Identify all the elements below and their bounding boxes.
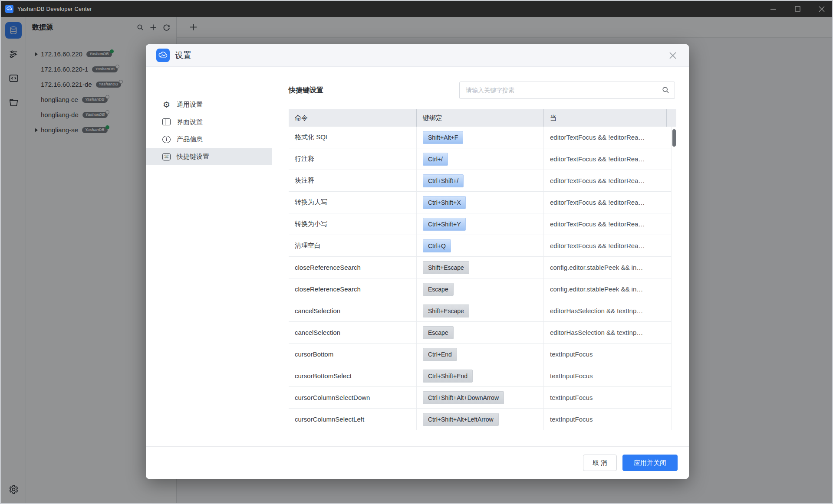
command-cell: cursorBottomSelect — [289, 365, 416, 386]
keybinding-chip[interactable]: Escape — [423, 283, 454, 296]
column-header-when: 当 — [543, 109, 667, 127]
keybinding-chip[interactable]: Ctrl+Q — [423, 239, 451, 252]
command-cell: 转换为大写 — [289, 192, 416, 213]
command-cell: cancelSelection — [289, 322, 416, 343]
when-cell: editorTextFocus && !editorRea… — [543, 127, 672, 148]
minimize-button[interactable] — [767, 3, 779, 15]
keybinding-cell: Escape — [416, 322, 543, 343]
table-row[interactable]: cancelSelection Escape editorHasSelectio… — [289, 322, 672, 344]
keybinding-cell: Ctrl+Shift+X — [416, 192, 543, 213]
when-cell: editorTextFocus && !editorRea… — [543, 192, 672, 213]
keybinding-chip[interactable]: Ctrl+Shift+Y — [423, 218, 466, 231]
table-row[interactable]: cancelSelection Shift+Escape editorHasSe… — [289, 300, 672, 322]
column-header-keybinding: 键绑定 — [416, 109, 543, 127]
keybinding-chip[interactable]: Shift+Escape — [423, 261, 469, 274]
apply-and-close-button[interactable]: 应用并关闭 — [622, 455, 678, 471]
table-row[interactable]: 块注释 Ctrl+Shift+/ editorTextFocus && !edi… — [289, 170, 672, 192]
when-cell: textInputFocus — [543, 409, 672, 430]
command-cell: 转换为小写 — [289, 213, 416, 235]
settings-nav: 通用设置 界面设置 产品信息 快捷键设置 — [146, 67, 272, 446]
settings-nav-item[interactable]: 快捷键设置 — [146, 148, 272, 165]
settings-dialog: 设置 通用设置 界面设置 产品信息 — [146, 44, 689, 479]
table-row[interactable]: cursorColumnSelectDown Ctrl+Shift+Alt+Do… — [289, 387, 672, 409]
keybinding-chip[interactable]: Ctrl+Shift+Alt+DownArrow — [423, 391, 504, 404]
keybinding-chip[interactable]: Ctrl+Shift+Alt+LeftArrow — [423, 413, 499, 426]
nav-item-icon — [162, 118, 171, 125]
shortcut-table: 命令 键绑定 当 格式化 SQL Shift+Alt+F edit — [289, 109, 676, 430]
keybinding-chip[interactable]: Ctrl+End — [423, 348, 457, 361]
nav-item-icon — [162, 136, 171, 143]
nav-item-label: 产品信息 — [177, 135, 203, 144]
keybinding-cell: Ctrl+Shift+End — [416, 365, 543, 386]
table-bottom-divider — [289, 440, 676, 440]
when-cell: editorHasSelection && textInp… — [543, 300, 672, 321]
table-row[interactable]: closeReferenceSearch Shift+Escape config… — [289, 257, 672, 278]
keybinding-cell: Ctrl+/ — [416, 148, 543, 170]
keybinding-chip[interactable]: Ctrl+Shift+/ — [423, 174, 464, 187]
keybinding-chip[interactable]: Escape — [423, 326, 454, 339]
when-cell: editorHasSelection && textInp… — [543, 322, 672, 343]
table-row[interactable]: closeReferenceSearch Escape config.edito… — [289, 278, 672, 300]
table-row[interactable]: 转换为小写 Ctrl+Shift+Y editorTextFocus && !e… — [289, 213, 672, 235]
keybinding-cell: Shift+Escape — [416, 257, 543, 278]
command-cell: 行注释 — [289, 148, 416, 170]
table-row[interactable]: 行注释 Ctrl+/ editorTextFocus && !editorRea… — [289, 148, 672, 170]
close-window-button[interactable] — [816, 3, 828, 15]
keybinding-chip[interactable]: Shift+Escape — [423, 304, 469, 317]
keybinding-chip[interactable]: Shift+Alt+F — [423, 131, 463, 144]
maximize-button[interactable] — [791, 3, 803, 15]
keybinding-cell: Shift+Escape — [416, 300, 543, 321]
dialog-header: 设置 — [146, 44, 689, 67]
keybinding-cell: Ctrl+Shift+Y — [416, 213, 543, 235]
keybinding-cell: Ctrl+End — [416, 344, 543, 365]
nav-item-label: 通用设置 — [177, 101, 203, 109]
nav-item-label: 界面设置 — [177, 118, 203, 126]
keybinding-chip[interactable]: Ctrl+/ — [423, 153, 448, 166]
dialog-footer: 取 消 应用并关闭 — [146, 446, 689, 479]
when-cell: editorTextFocus && !editorRea… — [543, 170, 672, 191]
table-row[interactable]: cursorBottomSelect Ctrl+Shift+End textIn… — [289, 365, 672, 387]
command-cell: 块注释 — [289, 170, 416, 191]
keybinding-cell: Shift+Alt+F — [416, 127, 543, 148]
when-cell: textInputFocus — [543, 344, 672, 365]
shortcut-search-input[interactable] — [459, 82, 675, 99]
settings-nav-item[interactable]: 通用设置 — [146, 96, 272, 113]
command-cell: cursorColumnSelectLeft — [289, 409, 416, 430]
command-cell: cancelSelection — [289, 300, 416, 321]
keybinding-chip[interactable]: Ctrl+Shift+X — [423, 196, 466, 209]
table-scrollbar-thumb[interactable] — [672, 129, 676, 147]
when-cell: textInputFocus — [543, 365, 672, 386]
command-cell: closeReferenceSearch — [289, 278, 416, 300]
when-cell: config.editor.stablePeek && in… — [543, 278, 672, 300]
dialog-title: 设置 — [175, 50, 191, 61]
app-logo-icon — [5, 5, 13, 13]
settings-nav-item[interactable]: 界面设置 — [146, 113, 272, 131]
table-row[interactable]: 清理空白 Ctrl+Q editorTextFocus && !editorRe… — [289, 235, 672, 257]
keybinding-cell: Ctrl+Shift+Alt+DownArrow — [416, 387, 543, 408]
command-cell: 格式化 SQL — [289, 127, 416, 148]
command-cell: closeReferenceSearch — [289, 257, 416, 278]
table-row[interactable]: 格式化 SQL Shift+Alt+F editorTextFocus && !… — [289, 127, 672, 148]
when-cell: editorTextFocus && !editorRea… — [543, 213, 672, 235]
table-row[interactable]: 转换为大写 Ctrl+Shift+X editorTextFocus && !e… — [289, 192, 672, 213]
nav-item-icon — [162, 153, 171, 160]
when-cell: config.editor.stablePeek && in… — [543, 257, 672, 278]
table-row[interactable]: cursorBottom Ctrl+End textInputFocus — [289, 344, 672, 365]
table-row[interactable]: cursorColumnSelectLeft Ctrl+Shift+Alt+Le… — [289, 409, 672, 430]
window-title: YashanDB Developer Center — [17, 6, 92, 12]
column-header-command: 命令 — [289, 109, 416, 127]
nav-item-label: 快捷键设置 — [177, 153, 209, 161]
keybinding-cell: Ctrl+Shift+/ — [416, 170, 543, 191]
cancel-button[interactable]: 取 消 — [583, 455, 617, 471]
command-cell: cursorBottom — [289, 344, 416, 365]
close-dialog-button[interactable] — [667, 50, 678, 61]
settings-nav-item[interactable]: 产品信息 — [146, 131, 272, 148]
when-cell: editorTextFocus && !editorRea… — [543, 235, 672, 256]
keybinding-chip[interactable]: Ctrl+Shift+End — [423, 370, 473, 383]
search-icon[interactable] — [662, 86, 669, 94]
keybinding-cell: Ctrl+Q — [416, 235, 543, 256]
when-cell: editorTextFocus && !editorRea… — [543, 148, 672, 170]
table-rows: 格式化 SQL Shift+Alt+F editorTextFocus && !… — [289, 127, 676, 430]
titlebar: YashanDB Developer Center — [1, 1, 832, 17]
section-heading: 快捷键设置 — [289, 86, 323, 95]
